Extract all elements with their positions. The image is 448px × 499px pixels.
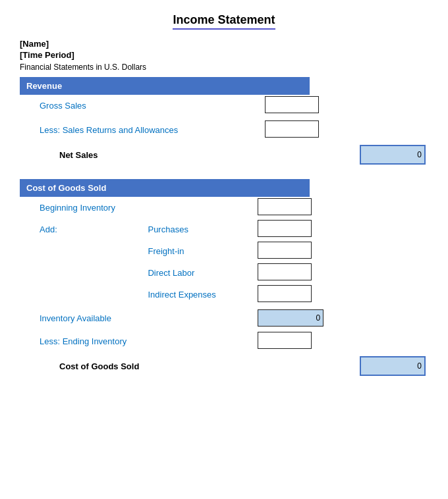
page-title: Income Statement bbox=[173, 13, 275, 26]
beginning-inventory-row: Beginning Inventory bbox=[20, 197, 428, 219]
purchases-input-col bbox=[255, 219, 341, 240]
gross-sales-input[interactable] bbox=[265, 96, 319, 113]
purchases-label: Purchases bbox=[145, 219, 255, 240]
gross-sales-row: Gross Sales bbox=[20, 95, 428, 117]
inventory-available-label: Inventory Available bbox=[20, 308, 255, 328]
less-returns-label: Less: Sales Returns and Allowances bbox=[20, 119, 262, 141]
net-sales-value[interactable]: 0 bbox=[360, 145, 426, 165]
direct-labor-label: Direct Labor bbox=[145, 262, 255, 284]
page-wrapper: Income Statement [Name] [Time Period] Fi… bbox=[20, 13, 428, 377]
less-returns-row: Less: Sales Returns and Allowances bbox=[20, 119, 428, 141]
net-sales-row: Net Sales 0 bbox=[20, 144, 428, 166]
revenue-header: Revenue bbox=[20, 77, 310, 95]
cogs-total-col: 0 bbox=[341, 355, 428, 377]
beginning-inventory-label: Beginning Inventory bbox=[20, 197, 255, 219]
freight-in-input[interactable] bbox=[258, 242, 312, 259]
purchases-input[interactable] bbox=[258, 220, 312, 237]
freight-in-input-col bbox=[255, 240, 341, 262]
inventory-available-input-col: 0 bbox=[255, 308, 341, 328]
cogs-total-value[interactable]: 0 bbox=[360, 356, 426, 376]
currency-note: Financial Statements in U.S. Dollars bbox=[20, 63, 428, 72]
indirect-expenses-input-col bbox=[255, 284, 341, 305]
net-sales-total-col: 0 bbox=[339, 144, 428, 166]
direct-labor-input[interactable] bbox=[258, 263, 312, 280]
cogs-header: Cost of Goods Sold bbox=[20, 179, 310, 197]
beginning-inventory-input-col bbox=[255, 197, 341, 219]
gross-sales-label: Gross Sales bbox=[20, 95, 262, 117]
indirect-expenses-label: Indirect Expenses bbox=[145, 284, 255, 305]
less-ending-row: Less: Ending Inventory bbox=[20, 330, 428, 352]
less-returns-input-col bbox=[262, 119, 339, 141]
indirect-expenses-row: Indirect Expenses bbox=[20, 284, 428, 305]
gross-sales-input-col bbox=[262, 95, 339, 117]
title-section: Income Statement bbox=[20, 13, 428, 30]
inventory-available-row: Inventory Available 0 bbox=[20, 308, 428, 328]
less-ending-input-col bbox=[255, 330, 341, 352]
less-ending-label: Less: Ending Inventory bbox=[20, 330, 255, 352]
cogs-total-row: Cost of Goods Sold 0 bbox=[20, 355, 428, 377]
cogs-total-label: Cost of Goods Sold bbox=[20, 355, 255, 377]
less-ending-input[interactable] bbox=[258, 332, 312, 349]
purchases-row: Add: Purchases bbox=[20, 219, 428, 240]
net-sales-label: Net Sales bbox=[20, 144, 262, 166]
beginning-inventory-input[interactable] bbox=[258, 198, 312, 215]
add-label: Add: bbox=[20, 219, 145, 240]
freight-in-row: Freight-in bbox=[20, 240, 428, 262]
indirect-expenses-input[interactable] bbox=[258, 285, 312, 302]
period-field[interactable]: [Time Period] bbox=[20, 50, 428, 60]
less-returns-input[interactable] bbox=[265, 120, 319, 138]
direct-labor-row: Direct Labor bbox=[20, 262, 428, 284]
inventory-available-value[interactable]: 0 bbox=[258, 309, 323, 327]
freight-in-label: Freight-in bbox=[145, 240, 255, 262]
direct-labor-input-col bbox=[255, 262, 341, 284]
name-field[interactable]: [Name] bbox=[20, 39, 428, 49]
